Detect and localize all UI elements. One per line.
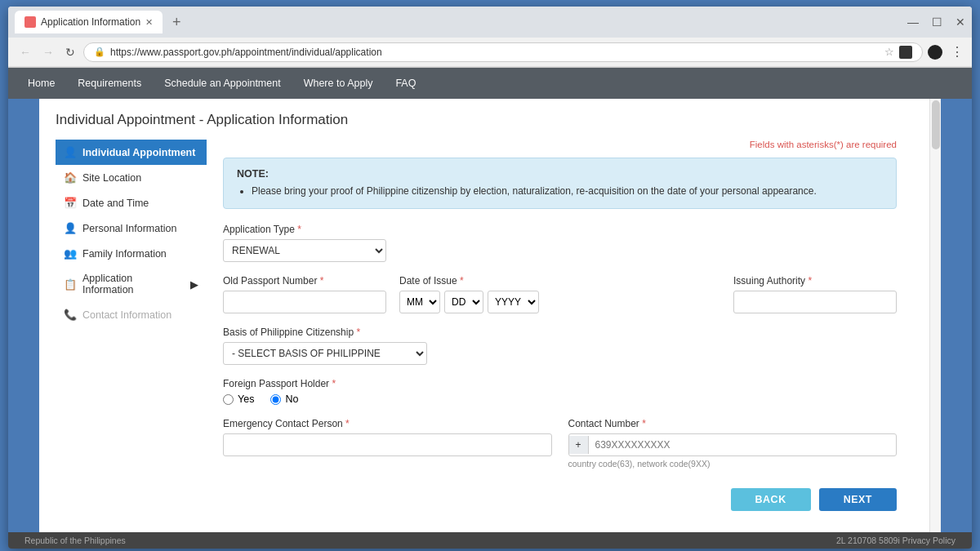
radio-no-label: No: [285, 393, 298, 405]
contact-number-label: Contact Number *: [568, 418, 898, 429]
radio-no-input[interactable]: [270, 394, 281, 405]
required-star-app-type: *: [297, 224, 301, 235]
minimize-button[interactable]: —: [907, 16, 919, 29]
url-bar[interactable]: 🔒 https://www.passport.gov.ph/appointmen…: [83, 42, 923, 62]
extension-icon: [899, 46, 912, 59]
scrollbar-track[interactable]: [929, 99, 941, 532]
sidebar-item-application-info[interactable]: 📋 Application Information ▶: [56, 266, 207, 302]
page-content: Individual Appointment - Application Inf…: [39, 99, 929, 532]
emergency-contact-row: Emergency Contact Person * Contact Numbe…: [223, 418, 897, 469]
more-options-button[interactable]: ⋮: [951, 44, 964, 60]
date-of-issue-label: Date of Issue *: [399, 275, 720, 287]
browser-actions: ⋮: [928, 44, 964, 60]
application-type-section: Application Type * RENEWAL NEW REPLACEME…: [223, 224, 897, 262]
basis-citizenship-select[interactable]: - SELECT BASIS OF PHILIPPINE BY BIRTH BY…: [223, 342, 427, 365]
lock-icon: 🔒: [94, 47, 105, 57]
basis-citizenship-label: Basis of Philippine Citizenship *: [223, 327, 897, 338]
sidebar-item-application-left: 📋 Application Information: [64, 273, 185, 295]
contact-number-col: Contact Number * + country code(63), net…: [568, 418, 898, 469]
footer-republic: Republic of the Philippines: [24, 535, 126, 545]
bookmark-icon[interactable]: ☆: [884, 46, 894, 58]
profile-icon[interactable]: [928, 45, 942, 60]
note-box: NOTE: Please bring your proof of Philipp…: [223, 158, 897, 209]
site-location-icon: 🏠: [64, 171, 77, 184]
emergency-contact-input[interactable]: [223, 433, 552, 456]
old-passport-col: Old Passport Number *: [223, 275, 386, 313]
tab-favicon: [24, 16, 36, 28]
url-text: https://www.passport.gov.ph/appointment/…: [110, 47, 880, 58]
passport-details-row: Old Passport Number * Date of Issue *: [223, 275, 897, 313]
content-layout: 👤 Individual Appointment 🏠 Site Location…: [56, 140, 913, 519]
form-buttons-row: BACK NEXT: [223, 488, 897, 511]
old-passport-input[interactable]: [223, 291, 386, 313]
sidebar-item-label-personal: Personal Information: [82, 223, 176, 234]
emergency-contact-col: Emergency Contact Person *: [223, 418, 552, 456]
foreign-passport-section: Foreign Passport Holder * Yes: [223, 378, 897, 405]
phone-input[interactable]: [589, 436, 896, 454]
phone-input-wrap: +: [568, 433, 898, 456]
browser-tab[interactable]: Application Information ✕: [15, 11, 163, 33]
refresh-button[interactable]: ↻: [62, 44, 78, 60]
contact-info-icon: 📞: [64, 309, 77, 321]
sidebar-item-contact-info: 📞 Contact Information: [56, 302, 207, 327]
back-nav-button[interactable]: ←: [16, 44, 34, 60]
date-of-issue-col: Date of Issue * MM 0102 0304 0506: [399, 275, 720, 313]
foreign-passport-label: Foreign Passport Holder *: [223, 378, 897, 389]
foreign-passport-radio-group: Yes No: [223, 393, 897, 405]
application-type-label: Application Type *: [223, 224, 897, 235]
tab-title: Application Information: [41, 16, 140, 28]
application-info-icon: 📋: [64, 278, 77, 291]
nav-schedule[interactable]: Schedule an Appointment: [161, 69, 283, 97]
sidebar-item-family-info[interactable]: 👥 Family Information: [56, 241, 207, 266]
radio-yes-label: Yes: [238, 393, 254, 405]
individual-appointment-icon: 👤: [64, 146, 77, 158]
date-day-select[interactable]: DD 0102 0304 0506 0708 0910: [444, 291, 483, 313]
sidebar-item-personal-info[interactable]: 👤 Personal Information: [56, 216, 207, 241]
family-info-icon: 👥: [64, 247, 77, 260]
nav-faq[interactable]: FAQ: [392, 69, 419, 97]
address-bar-row: ← → ↻ 🔒 https://www.passport.gov.ph/appo…: [8, 38, 972, 67]
old-passport-label: Old Passport Number *: [223, 275, 386, 287]
new-tab-button[interactable]: +: [167, 14, 186, 31]
forward-nav-button[interactable]: →: [39, 44, 57, 60]
window-controls: — ☐ ✕: [907, 16, 965, 29]
page-footer: Republic of the Philippines 2L 210708 58…: [8, 532, 972, 549]
close-button[interactable]: ✕: [956, 16, 965, 29]
issuing-authority-input[interactable]: [733, 291, 897, 313]
sidebar-item-label-individual: Individual Appointment: [82, 147, 195, 158]
sidebar-item-individual-appointment[interactable]: 👤 Individual Appointment: [56, 140, 207, 165]
personal-info-icon: 👤: [64, 222, 77, 234]
radio-yes-input[interactable]: [223, 394, 234, 405]
note-bullet: Please bring your proof of Philippine ci…: [252, 184, 883, 198]
nav-requirements[interactable]: Requirements: [74, 69, 145, 97]
maximize-button[interactable]: ☐: [932, 16, 942, 29]
tab-close-button[interactable]: ✕: [145, 17, 153, 28]
emergency-contact-label: Emergency Contact Person *: [223, 418, 552, 429]
main-form: Fields with asterisks(*) are required NO…: [207, 140, 913, 519]
sidebar-item-date-time[interactable]: 📅 Date and Time: [56, 190, 207, 216]
radio-no[interactable]: No: [270, 393, 298, 405]
phone-prefix: +: [569, 436, 589, 454]
sidebar: 👤 Individual Appointment 🏠 Site Location…: [56, 140, 207, 519]
page-title: Individual Appointment - Application Inf…: [56, 112, 913, 128]
next-button[interactable]: NEXT: [819, 488, 897, 511]
basis-citizenship-section: Basis of Philippine Citizenship * - SELE…: [223, 327, 897, 365]
radio-yes[interactable]: Yes: [223, 393, 254, 405]
issuing-authority-col: Issuing Authority *: [733, 275, 897, 313]
sidebar-arrow-icon: ▶: [190, 278, 198, 291]
issuing-authority-label: Issuing Authority *: [733, 275, 897, 287]
sidebar-item-site-location[interactable]: 🏠 Site Location: [56, 165, 207, 190]
scrollbar-thumb: [932, 100, 940, 149]
nav-where-to-apply[interactable]: Where to Apply: [301, 69, 376, 97]
nav-home[interactable]: Home: [24, 69, 58, 97]
sidebar-item-label-application: Application Information: [82, 273, 185, 295]
date-time-icon: 📅: [64, 197, 77, 209]
footer-copyright: 2L 210708 5809i Privacy Policy: [836, 535, 956, 545]
date-year-select[interactable]: YYYY: [488, 291, 539, 313]
application-type-select[interactable]: RENEWAL NEW REPLACEMENT: [223, 239, 386, 262]
note-title: NOTE:: [237, 168, 883, 180]
date-row: MM 0102 0304 0506 0708 0910 1112: [399, 291, 720, 313]
date-month-select[interactable]: MM 0102 0304 0506 0708 0910 1112: [399, 291, 440, 313]
back-button[interactable]: BACK: [731, 488, 811, 511]
sidebar-item-label-site: Site Location: [82, 172, 141, 184]
